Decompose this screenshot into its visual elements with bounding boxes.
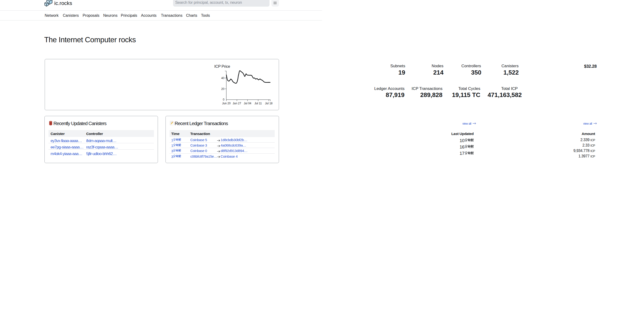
svg-text:0: 0 [223,98,224,101]
svg-text:Jul 11: Jul 11 [254,102,262,105]
svg-text:Jun 20: Jun 20 [222,102,231,105]
svg-text:40: 40 [221,76,224,80]
svg-text:20: 20 [221,87,224,91]
svg-text:Jul 18: Jul 18 [265,102,272,105]
svg-text:Jul 04: Jul 04 [244,102,251,105]
svg-text:Jun 27: Jun 27 [233,102,241,105]
